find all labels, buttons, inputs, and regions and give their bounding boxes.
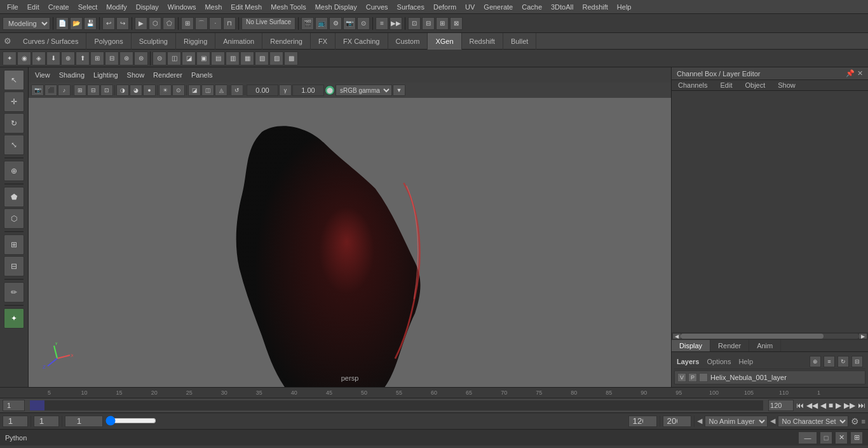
vp-grid-btn[interactable]: ⊞ xyxy=(74,85,86,96)
layers-options-btn[interactable]: ≡ xyxy=(824,356,835,367)
menu-file[interactable]: File xyxy=(3,2,23,12)
menu-mesh-tools[interactable]: Mesh Tools xyxy=(266,2,310,12)
xgen-icon15[interactable]: ▤ xyxy=(211,51,225,65)
scroll-track[interactable] xyxy=(681,334,859,339)
skip-start-btn[interactable]: ⏮ xyxy=(796,401,804,410)
menu-3dto[interactable]: 3DtoAll xyxy=(546,2,578,12)
paint-effects-btn[interactable]: ✏ xyxy=(4,282,24,302)
menu-windows[interactable]: Windows xyxy=(163,2,201,12)
xgen-icon9[interactable]: ⊛ xyxy=(119,51,133,65)
settings-icon[interactable]: ⚙ xyxy=(0,36,15,46)
menu-mesh-display[interactable]: Mesh Display xyxy=(311,2,362,12)
camera-btn[interactable]: 📷 xyxy=(343,17,356,30)
circle-btn[interactable]: ⊙ xyxy=(357,17,370,30)
xgen-icon3[interactable]: ◈ xyxy=(32,51,46,65)
xgen-icon1[interactable]: ✦ xyxy=(3,51,17,65)
menu-uv[interactable]: UV xyxy=(461,2,479,12)
frame-slider[interactable] xyxy=(105,416,156,426)
extra-status-btn[interactable]: ≡ xyxy=(862,417,865,425)
char-set-arrow[interactable]: ◀ xyxy=(770,417,775,425)
cb-tab-channels[interactable]: Channels xyxy=(672,80,714,90)
undo-btn[interactable]: ↩ xyxy=(102,17,115,30)
cb-tab-show[interactable]: Show xyxy=(771,80,802,90)
menu-create[interactable]: Create xyxy=(44,2,74,12)
layer-param-btn[interactable]: P xyxy=(688,373,697,382)
prefs-btn[interactable]: ⚙ xyxy=(851,416,859,426)
vp-grid2-btn[interactable]: ⊟ xyxy=(87,85,100,96)
redo-btn[interactable]: ↪ xyxy=(116,17,129,30)
timeline-track[interactable] xyxy=(30,400,763,411)
scroll-thumb[interactable] xyxy=(681,334,824,339)
step-back-btn[interactable]: ◀◀ xyxy=(806,401,818,410)
snap-btn[interactable]: ⊞ xyxy=(4,234,24,255)
menu-edit[interactable]: Edit xyxy=(23,2,44,12)
scroll-left-btn[interactable]: ◀ xyxy=(673,334,681,339)
channel-box-scrollbar[interactable]: ◀ ▶ xyxy=(672,332,868,340)
vp-menu-show[interactable]: Show xyxy=(123,70,149,80)
vp-shade1[interactable]: ◑ xyxy=(116,85,129,96)
vp-menu-shading[interactable]: Shading xyxy=(55,70,88,80)
layer-visibility-btn[interactable]: V xyxy=(677,373,686,382)
tab-custom[interactable]: Custom xyxy=(388,33,428,50)
tab-curves-surfaces[interactable]: Curves / Surfaces xyxy=(15,33,86,50)
menu-cache[interactable]: Cache xyxy=(517,2,546,12)
xgen-icon19[interactable]: ▨ xyxy=(269,51,283,65)
dt-tab-anim[interactable]: Anim xyxy=(749,340,781,351)
gamma-scale-input[interactable] xyxy=(292,85,324,96)
transform-tool-btn[interactable]: ⊕ xyxy=(4,161,24,181)
extra4[interactable]: ⊠ xyxy=(450,17,463,30)
gamma-value-input[interactable] xyxy=(247,85,278,96)
xgen-special-btn[interactable]: ✦ xyxy=(4,308,24,329)
py-restore-btn[interactable]: □ xyxy=(820,431,832,444)
snap-grid[interactable]: ⊞ xyxy=(181,17,194,30)
play-fwd-btn[interactable]: ▶ xyxy=(836,401,841,410)
menu-surfaces[interactable]: Surfaces xyxy=(393,2,429,12)
viewport-canvas[interactable]: persp X Y Z xyxy=(29,98,671,387)
hide-btn[interactable]: ≡ xyxy=(376,17,388,30)
rotate-tool-btn[interactable]: ↻ xyxy=(4,113,24,133)
scroll-right-btn[interactable]: ▶ xyxy=(859,334,867,339)
xgen-icon16[interactable]: ▥ xyxy=(226,51,240,65)
layers-add-btn[interactable]: ⊕ xyxy=(810,356,821,367)
menu-mesh[interactable]: Mesh xyxy=(200,2,226,12)
layers-help-label[interactable]: Help xyxy=(738,358,753,365)
current-frame-input[interactable] xyxy=(3,416,28,427)
xgen-icon10[interactable]: ⊜ xyxy=(134,51,148,65)
menu-deform[interactable]: Deform xyxy=(429,2,461,12)
extra3[interactable]: ⊞ xyxy=(436,17,449,30)
tab-redshift[interactable]: Redshift xyxy=(462,33,503,50)
menu-redshift[interactable]: Redshift xyxy=(578,2,612,12)
stop-btn[interactable]: ■ xyxy=(829,401,833,410)
xgen-icon8[interactable]: ⊟ xyxy=(105,51,119,65)
tab-polygons[interactable]: Polygons xyxy=(86,33,131,50)
xgen-icon2[interactable]: ◉ xyxy=(17,51,31,65)
mode-selector[interactable]: Modeling xyxy=(3,17,50,30)
skip-end-btn[interactable]: ⏭ xyxy=(858,401,865,410)
vp-shade3[interactable]: ● xyxy=(143,85,156,96)
range-end-input[interactable] xyxy=(628,416,657,427)
menu-curves[interactable]: Curves xyxy=(362,2,393,12)
vp-menu-view[interactable]: View xyxy=(31,70,54,80)
extra2[interactable]: ⊟ xyxy=(422,17,435,30)
lasso-select-btn[interactable]: ⬡ xyxy=(4,208,24,229)
menu-generate[interactable]: Generate xyxy=(479,2,517,12)
extra1[interactable]: ⊡ xyxy=(408,17,421,30)
soft-select-btn[interactable]: ⬟ xyxy=(4,187,24,207)
xgen-icon6[interactable]: ⬆ xyxy=(76,51,90,65)
ipr-btn[interactable]: 📺 xyxy=(315,17,328,30)
scale-tool-btn[interactable]: ⤡ xyxy=(4,135,24,155)
menu-modify[interactable]: Modify xyxy=(102,2,131,12)
tab-rendering[interactable]: Rendering xyxy=(262,33,311,50)
lasso-tool[interactable]: ⬡ xyxy=(149,17,161,30)
select-tool[interactable]: ▶ xyxy=(135,17,147,30)
frame-end-field[interactable] xyxy=(768,400,794,411)
cb-tab-edit[interactable]: Edit xyxy=(714,80,738,90)
xgen-icon7[interactable]: ⊞ xyxy=(90,51,104,65)
tab-rigging[interactable]: Rigging xyxy=(176,33,215,50)
layers-extra-btn[interactable]: ⊟ xyxy=(851,356,863,367)
out-val-input[interactable] xyxy=(663,416,691,427)
py-minimize-btn[interactable]: — xyxy=(798,431,817,444)
vp-light2[interactable]: ⊙ xyxy=(172,85,185,96)
dt-tab-render[interactable]: Render xyxy=(710,340,749,351)
frame-field-2[interactable] xyxy=(65,416,103,427)
